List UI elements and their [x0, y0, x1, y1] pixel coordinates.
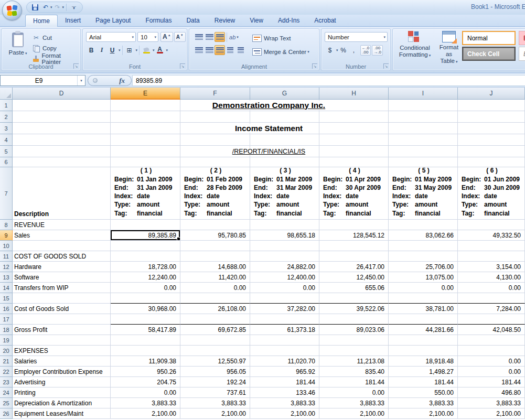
cell-F9[interactable]: 95,780.85	[180, 230, 250, 241]
cell-I8[interactable]	[389, 220, 458, 230]
row-header-8[interactable]: 8	[0, 220, 13, 230]
cell-F22[interactable]: 956.05	[180, 367, 250, 377]
cell-D1[interactable]	[13, 100, 111, 111]
cell-H17[interactable]	[319, 314, 389, 325]
cell-H2[interactable]	[319, 111, 389, 123]
cell-G11[interactable]	[250, 251, 319, 262]
cell-D6[interactable]	[13, 157, 111, 167]
cell-G14[interactable]: 0.00	[250, 283, 319, 293]
row-header-19[interactable]: 19	[0, 335, 13, 346]
cell-H19[interactable]	[319, 335, 389, 346]
cell-E4[interactable]	[111, 134, 180, 146]
cell-F26[interactable]: 2,100.00	[180, 408, 250, 419]
cell-F5[interactable]	[180, 146, 250, 157]
cell-I6[interactable]	[389, 157, 458, 167]
cell-E6[interactable]	[111, 157, 180, 167]
cell-D13[interactable]: Software	[13, 272, 111, 283]
cell-I5[interactable]	[389, 146, 458, 157]
cell-D16[interactable]: Cost of Goods Sold	[13, 304, 111, 314]
cell-J6[interactable]	[458, 157, 525, 167]
cell-G10[interactable]	[250, 241, 319, 251]
cell-H9[interactable]: 128,545.12	[319, 230, 389, 241]
cell-F10[interactable]	[180, 241, 250, 251]
clipboard-dialog-launcher[interactable]: ↘	[73, 63, 79, 69]
grow-font-button[interactable]: A▲	[160, 32, 173, 42]
cell-F23[interactable]: 192.24	[180, 377, 250, 387]
tab-page-layout[interactable]: Page Layout	[88, 15, 138, 27]
column-header-D[interactable]: D	[13, 88, 111, 100]
formula-input[interactable]: 89385.89	[132, 75, 525, 86]
cell-G3[interactable]	[250, 123, 319, 134]
cell-H23[interactable]: 181.44	[319, 377, 389, 387]
cell-G6[interactable]	[250, 157, 319, 167]
cell-G22[interactable]: 965.92	[250, 367, 319, 377]
cell-I12[interactable]: 25,706.00	[389, 262, 458, 272]
fill-color-button[interactable]	[141, 45, 152, 55]
cell-I1[interactable]	[389, 100, 458, 111]
tab-review[interactable]: Review	[207, 15, 242, 27]
cell-E2[interactable]	[111, 111, 180, 123]
conditional-formatting-button[interactable]: Conditional Formatting▾	[394, 31, 436, 59]
cell-G25[interactable]: 3,883.33	[250, 398, 319, 408]
cell-I16[interactable]: 38,781.00	[389, 304, 458, 314]
cell-I21[interactable]: 18,918.48	[389, 356, 458, 367]
row-header-2[interactable]: 2	[0, 111, 13, 123]
cell-J8[interactable]	[458, 220, 525, 230]
column-header-J[interactable]: J	[458, 88, 525, 100]
cell-D24[interactable]: Printing	[13, 387, 111, 398]
cell-F20[interactable]	[180, 346, 250, 356]
cell-F8[interactable]	[180, 220, 250, 230]
increase-indent-button[interactable]	[235, 45, 246, 55]
cell-J24[interactable]: 496.80	[458, 387, 525, 398]
period-header-1[interactable]: ( 1 )Begin:01 Jan 2009End:31 Jan 2009Ind…	[111, 167, 180, 220]
borders-button[interactable]: ⊞	[124, 45, 135, 55]
select-all-corner[interactable]	[0, 88, 13, 100]
cell-H1[interactable]	[319, 100, 389, 111]
cell-J3[interactable]	[458, 123, 525, 134]
increase-decimal-button[interactable]: ←.0.00	[360, 45, 371, 56]
cell-G20[interactable]	[250, 346, 319, 356]
period-header-2[interactable]: ( 2 )Begin:01 Feb 2009End:28 Feb 2009Ind…	[180, 167, 250, 220]
tab-acrobat[interactable]: Acrobat	[307, 15, 343, 27]
cell-E20[interactable]	[111, 346, 180, 356]
cell-H4[interactable]	[319, 134, 389, 146]
cell-G24[interactable]: 133.46	[250, 387, 319, 398]
cell-G18[interactable]: 61,373.18	[250, 325, 319, 335]
cell-I22[interactable]: 1,498.27	[389, 367, 458, 377]
tab-add-ins[interactable]: Add-Ins	[271, 15, 307, 27]
cell-D21[interactable]: Salaries	[13, 356, 111, 367]
cell-E19[interactable]	[111, 335, 180, 346]
cell-E18[interactable]: 58,417.89	[111, 325, 180, 335]
row-header-1[interactable]: 1	[0, 100, 13, 111]
cell-I10[interactable]	[389, 241, 458, 251]
cell-J4[interactable]	[458, 134, 525, 146]
cell-D7[interactable]: Description	[13, 167, 111, 220]
underline-button[interactable]: U	[107, 45, 117, 55]
number-format-combo[interactable]: Number▾	[325, 32, 388, 42]
cell-D10[interactable]	[13, 241, 111, 251]
cell-F13[interactable]: 11,420.00	[180, 272, 250, 283]
italic-button[interactable]: I	[97, 45, 107, 55]
cell-E11[interactable]	[111, 251, 180, 262]
cell-D14[interactable]: Transfers from WIP	[13, 283, 111, 293]
cell-J15[interactable]	[458, 293, 525, 304]
cell-F6[interactable]	[180, 157, 250, 167]
cell-J1[interactable]	[458, 100, 525, 111]
column-header-H[interactable]: H	[319, 88, 389, 100]
period-header-3[interactable]: ( 3 )Begin:01 Mar 2009End:31 Mar 2009Ind…	[250, 167, 319, 220]
column-header-F[interactable]: F	[180, 88, 250, 100]
cell-D3[interactable]	[13, 123, 111, 134]
cell-H3[interactable]	[319, 123, 389, 134]
cell-D4[interactable]	[13, 134, 111, 146]
cell-D5[interactable]	[13, 146, 111, 157]
cell-J2[interactable]	[458, 111, 525, 123]
cell-D23[interactable]: Advertising	[13, 377, 111, 387]
cell-D11[interactable]: COST OF GOODS SOLD	[13, 251, 111, 262]
cell-F18[interactable]: 69,672.85	[180, 325, 250, 335]
cell-F17[interactable]	[180, 314, 250, 325]
cell-H8[interactable]	[319, 220, 389, 230]
office-button[interactable]	[2, 1, 22, 20]
cell-I23[interactable]: 181.44	[389, 377, 458, 387]
percent-style-button[interactable]: %	[338, 46, 349, 56]
undo-button[interactable]: ↶	[41, 3, 50, 12]
